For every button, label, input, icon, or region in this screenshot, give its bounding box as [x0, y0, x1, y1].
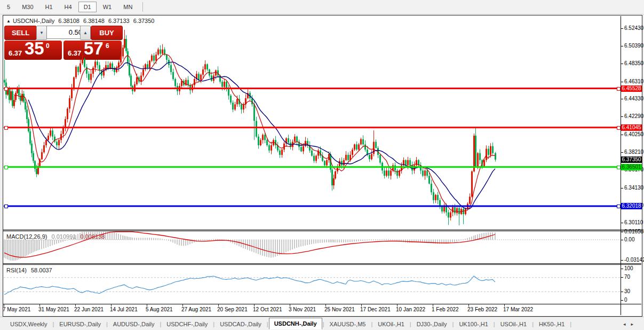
timeframe-button-m30[interactable]: M30 [17, 2, 38, 12]
tab-scroll-left-icon[interactable]: ◂ [623, 321, 631, 327]
tab-separator: | [494, 321, 495, 327]
timeframe-toolbar: 5M30H1H4D1W1MN [0, 0, 644, 14]
price-axis-tick: 6.44330 [624, 96, 643, 102]
rsi-timeaxis-divider [3, 304, 641, 304]
chart-tab-audusd-daily[interactable]: AUDUSD-,Daily [108, 319, 160, 329]
rsi-axis-label: 30 [624, 288, 630, 295]
chart-tab-ukoil-h1[interactable]: UKOil-,H1 [373, 319, 409, 329]
chart-tab-usdx-weekly[interactable]: USDX,Weekly [5, 319, 52, 329]
chart-tab-eurusd-daily[interactable]: EURUSD-,Daily [54, 319, 106, 329]
tab-separator: | [323, 321, 324, 327]
chart-tab-usdcnh-daily[interactable]: USDCNH-,Daily [269, 318, 322, 329]
time-axis-label: 25 Nov 2021 [324, 307, 355, 312]
macd-main-value: 0.010991 [51, 233, 76, 240]
tab-separator: | [570, 321, 571, 327]
tab-separator: | [452, 321, 454, 327]
axis-line-marker [617, 126, 621, 130]
tab-separator: | [160, 321, 161, 327]
time-axis-label: 20 Sep 2021 [217, 307, 248, 312]
price-level-label: 6.32018 [621, 203, 642, 209]
time-axis-label: 31 May 2021 [38, 307, 69, 312]
time-axis-label: 27 Aug 2021 [181, 307, 211, 312]
hline-handle[interactable] [4, 166, 8, 169]
axis-line-marker [617, 87, 621, 91]
chart-macd-divider[interactable] [3, 230, 641, 230]
price-level-label: 6.36501 [621, 164, 642, 170]
toolbar-separator [142, 2, 143, 12]
time-axis-label: 7 May 2021 [3, 307, 30, 312]
time-axis-label: 17 Mar 2022 [503, 307, 533, 312]
price-level-label: 6.37350 [621, 156, 642, 163]
price-level-label: 6.45528 [621, 85, 642, 92]
tab-separator: | [52, 321, 54, 327]
rsi-title: RSI(14) 58.0037 [6, 267, 55, 273]
timeframe-button-w1[interactable]: W1 [98, 2, 117, 12]
macd-title: MACD(12,26,9) 0.010991 0.008138 [6, 233, 107, 240]
axis-line-marker [617, 205, 621, 208]
hline-handle[interactable] [4, 126, 8, 130]
macd-signal-value: 0.008138 [80, 233, 105, 240]
price-axis-tick: 6.42290 [624, 113, 643, 120]
time-axis-label: 22 Jun 2021 [74, 307, 104, 312]
tab-separator: | [532, 321, 534, 327]
rsi-axis-label: 100 [624, 265, 633, 272]
tab-scroll-right-icon[interactable]: ▸ [631, 321, 639, 327]
price-axis-tick: 6.50390 [624, 43, 643, 49]
price-axis-tick: 6.40250 [624, 131, 643, 138]
rsi-label: RSI(14) [6, 267, 27, 273]
time-axis-label: 12 Oct 2021 [253, 307, 282, 312]
time-axis-label: 23 Feb 2022 [467, 307, 497, 312]
time-axis-label: 17 Dec 2021 [360, 307, 391, 312]
main-price-chart[interactable] [4, 16, 621, 229]
timeframe-button-h4[interactable]: H4 [59, 2, 77, 12]
price-axis-tick: 6.30110 [624, 219, 643, 226]
rsi-value: 58.0037 [31, 267, 52, 273]
chart-tab-dj30-daily[interactable]: DJ30-,Daily [412, 319, 452, 329]
price-axis-tick: 6.46310 [624, 78, 643, 85]
timeframe-button-5[interactable]: 5 [2, 2, 15, 12]
chart-tab-xauusd-m5[interactable]: XAUUSD-,M5 [325, 319, 371, 329]
time-axis-label: 10 Jan 2022 [396, 307, 425, 312]
tab-separator: | [106, 321, 108, 327]
price-level-label: 6.41045 [621, 124, 642, 131]
tab-separator: | [213, 321, 214, 327]
macd-axis-label: 0.016586 [624, 229, 644, 235]
hline-handle[interactable] [4, 205, 8, 208]
time-axis-label: 3 Nov 2021 [289, 307, 316, 312]
timeframe-button-mn[interactable]: MN [118, 2, 138, 12]
price-axis-tick: 6.38210 [624, 149, 643, 155]
macd-rsi-divider[interactable] [3, 263, 641, 264]
time-axis-label: 14 Jul 2021 [110, 307, 138, 312]
chart-tab-hk50-h1[interactable]: HK50-,H1 [534, 319, 569, 329]
time-axis-label: 5 Aug 2021 [146, 307, 173, 312]
time-axis-label: 1 Feb 2022 [432, 307, 459, 312]
price-axis-tick: 6.48350 [624, 60, 643, 67]
rsi-axis-label: 70 [624, 274, 630, 280]
chart-tab-usdchf-daily[interactable]: USDCHF-,Daily [162, 319, 212, 329]
timeframe-button-h1[interactable]: H1 [40, 2, 58, 12]
macd-axis-label: 0.00 [624, 237, 634, 243]
hline-handle[interactable] [4, 87, 8, 91]
macd-label: MACD(12,26,9) [6, 233, 47, 240]
chart-tab-usdcad-daily[interactable]: USDCAD-,Daily [215, 319, 266, 329]
ma-slow-line [28, 62, 495, 209]
tab-separator: | [267, 321, 268, 327]
axis-line-marker [617, 166, 621, 169]
timeframe-button-d1[interactable]: D1 [78, 2, 97, 12]
trading-platform-window: 5M30H1H4D1W1MN ▲USDCNH-,Daily 6.38108 6.… [0, 0, 644, 330]
price-axis-tick: 6.34130 [624, 185, 643, 191]
chart-tab-bar: USDX,Weekly|EURUSD-,Daily|AUDUSD-,Daily|… [0, 317, 644, 330]
macd-axis-label: -0.03142 [624, 257, 644, 263]
tab-separator: | [410, 321, 411, 327]
rsi-axis-label: 0 [624, 297, 627, 303]
chart-tab-usoil-h1[interactable]: USOil-,H1 [496, 319, 532, 329]
tab-separator: | [371, 321, 372, 327]
rsi-indicator-panel[interactable] [4, 265, 621, 303]
chart-tab-uk100-h1[interactable]: UK100-,H1 [454, 319, 492, 329]
price-axis-tick: 6.52430 [624, 25, 643, 32]
